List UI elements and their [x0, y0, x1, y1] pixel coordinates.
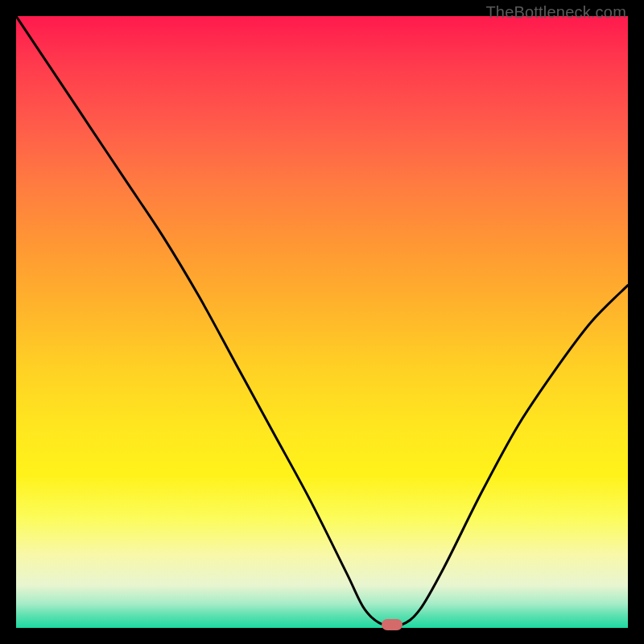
watermark-text: TheBottleneck.com	[485, 3, 626, 22]
chart-container: TheBottleneck.com	[0, 0, 644, 644]
optimal-marker	[382, 619, 402, 630]
bottleneck-curve	[16, 16, 628, 628]
